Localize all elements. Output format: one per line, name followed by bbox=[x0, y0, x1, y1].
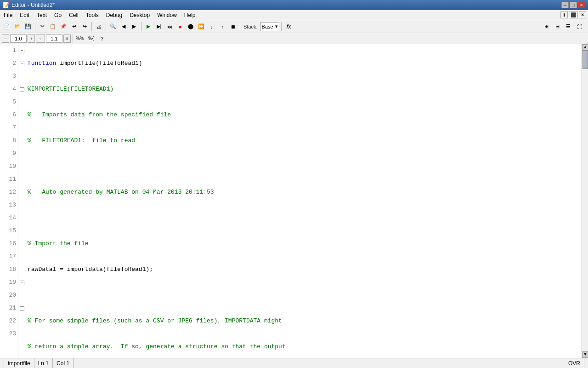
sep5 bbox=[240, 22, 240, 31]
zoom-ratio-input[interactable]: 1.1 bbox=[46, 34, 62, 43]
continue-button[interactable]: ⏩ bbox=[196, 22, 206, 32]
expand-icon[interactable]: ⬛ bbox=[569, 12, 578, 18]
stop-button[interactable]: ■ bbox=[175, 22, 185, 32]
code-editor[interactable]: function importfile(fileToRead1) %IMPORT… bbox=[26, 44, 582, 358]
run-section-button[interactable]: ▶| bbox=[154, 22, 164, 32]
menu-help[interactable]: Help bbox=[181, 10, 199, 20]
sep6 bbox=[281, 22, 282, 31]
fold-4[interactable]: − bbox=[20, 87, 24, 92]
exit-debug-button[interactable]: ⏹ bbox=[228, 22, 238, 32]
new-button[interactable]: 📄 bbox=[2, 22, 12, 32]
fold-19[interactable]: − bbox=[20, 281, 24, 285]
copy-button[interactable]: 📋 bbox=[48, 22, 58, 32]
scroll-track bbox=[582, 51, 588, 351]
menu-cell[interactable]: Cell bbox=[65, 10, 82, 20]
menu-tools[interactable]: Tools bbox=[82, 10, 102, 20]
menu-bar: File Edit Text Go Cell Tools Debug Deskt… bbox=[0, 10, 588, 20]
cell-help-button[interactable]: ? bbox=[97, 34, 107, 44]
paste-button[interactable]: 📌 bbox=[58, 22, 68, 32]
forward-button[interactable]: ▶ bbox=[129, 22, 139, 32]
file-toolbar-group: 📄 📂 💾 bbox=[2, 22, 33, 32]
code-line-6: % Auto-generated by MATLAB on 04-Mar-201… bbox=[28, 186, 582, 199]
open-button[interactable]: 📂 bbox=[12, 22, 23, 32]
grid-view-button[interactable]: ⊞ bbox=[541, 22, 551, 32]
zoom-value-input[interactable]: 1.0 bbox=[10, 34, 27, 43]
breakpoint-button[interactable]: ⬤ bbox=[186, 22, 196, 32]
kw-function: function bbox=[28, 60, 60, 67]
step-in-button[interactable]: ↓ bbox=[207, 22, 217, 32]
close-button[interactable]: ✕ bbox=[578, 2, 585, 8]
zoom-divide-button[interactable]: ÷ bbox=[36, 34, 45, 43]
status-ovr: OVR bbox=[565, 358, 584, 368]
code-area: 1 2 3 4 5 6 7 8 9 10 11 12 13 14 15 16 1… bbox=[0, 44, 588, 358]
menu-go[interactable]: Go bbox=[51, 10, 65, 20]
code-comment: %IMPORTFILE(FILETOREAD1) bbox=[28, 86, 113, 92]
rows-button[interactable]: ☰ bbox=[563, 22, 573, 32]
stack-value: Base bbox=[262, 24, 273, 29]
code-line-5 bbox=[28, 160, 582, 173]
restore-button[interactable]: □ bbox=[570, 2, 577, 8]
menu-window[interactable]: Window bbox=[153, 10, 181, 20]
undo-button[interactable]: ↩ bbox=[69, 22, 79, 32]
code-line-2: %IMPORTFILE(FILETOREAD1) bbox=[28, 83, 582, 96]
step-out-button[interactable]: ↑ bbox=[217, 22, 227, 32]
zoom-in-button[interactable]: + bbox=[28, 34, 35, 43]
cut-button[interactable]: ✂ bbox=[37, 22, 47, 32]
close-panel-icon[interactable]: ✕ bbox=[579, 12, 586, 18]
save-button[interactable]: 💾 bbox=[23, 22, 33, 32]
cell-section-button[interactable]: %{ bbox=[86, 34, 96, 44]
stack-select: Stack: Base ▾ bbox=[242, 22, 279, 31]
code-comment: % FILETOREAD1: file to read bbox=[28, 137, 135, 144]
code-line-3: % Imports data from the specified file bbox=[28, 109, 582, 121]
stack-chevron-icon: ▾ bbox=[275, 23, 278, 29]
zoom-apply-button[interactable]: ✕ bbox=[63, 34, 71, 43]
fold-21[interactable]: − bbox=[20, 306, 24, 311]
fold-column: − − − − − bbox=[18, 44, 26, 358]
zoom-out-button[interactable]: − bbox=[2, 34, 9, 43]
print-button[interactable]: 🖨 bbox=[94, 22, 104, 32]
status-function: importfile bbox=[4, 358, 34, 368]
stack-dropdown[interactable]: Base ▾ bbox=[260, 22, 279, 31]
fold-2[interactable]: − bbox=[20, 62, 24, 66]
print-toolbar-group: 🖨 bbox=[94, 22, 104, 32]
code-text: importfile(fileToRead1) bbox=[60, 60, 142, 67]
code-line-7 bbox=[28, 212, 582, 224]
function-name: importfile bbox=[8, 360, 30, 367]
sep4 bbox=[141, 22, 141, 31]
menu-edit[interactable]: Edit bbox=[16, 10, 33, 20]
debug-toolbar-group: ▶ ▶| ⏭ ■ ⬤ ⏩ ↓ ↑ ⏹ bbox=[143, 22, 238, 32]
scroll-thumb[interactable] bbox=[582, 51, 588, 69]
fx-label: fx bbox=[287, 23, 291, 30]
code-line-12: % return a simple array. If so, generate… bbox=[28, 340, 582, 353]
menu-file[interactable]: File bbox=[0, 10, 16, 20]
ovr-label: OVR bbox=[568, 360, 580, 367]
menu-desktop[interactable]: Desktop bbox=[126, 10, 153, 20]
code-line-10 bbox=[28, 289, 582, 302]
scroll-down-button[interactable]: ▼ bbox=[582, 351, 588, 358]
find-button[interactable]: 🔍 bbox=[108, 22, 118, 32]
editor-icon: 📝 bbox=[3, 2, 10, 8]
run-button[interactable]: ▶ bbox=[143, 22, 153, 32]
window-title: Editor - Untitled2* bbox=[11, 2, 55, 8]
sep3 bbox=[106, 22, 106, 31]
code-comment: % Import the file bbox=[28, 240, 89, 247]
fold-1[interactable]: − bbox=[20, 49, 24, 53]
code-line-11: % For some simple files (such as a CSV o… bbox=[28, 315, 582, 328]
undock-icon[interactable]: ⬆ bbox=[560, 12, 568, 18]
menu-text[interactable]: Text bbox=[33, 10, 51, 20]
redo-button[interactable]: ↪ bbox=[79, 22, 90, 32]
fx-button[interactable]: fx bbox=[283, 22, 294, 32]
editor-container: 1 2 3 4 5 6 7 8 9 10 11 12 13 14 15 16 1… bbox=[0, 44, 588, 358]
step-button[interactable]: ⏭ bbox=[164, 22, 175, 32]
scroll-up-button[interactable]: ▲ bbox=[582, 44, 588, 51]
menu-debug[interactable]: Debug bbox=[102, 10, 126, 20]
stack-label: Stack: bbox=[242, 24, 259, 29]
scrollbar-vertical[interactable]: ▲ ▼ bbox=[582, 44, 588, 358]
fullscreen-button[interactable]: ⛶ bbox=[574, 22, 584, 32]
columns-button[interactable]: ⊟ bbox=[552, 22, 562, 32]
back-button[interactable]: ◀ bbox=[119, 22, 129, 32]
ln-label: Ln 1 bbox=[38, 360, 49, 367]
minimize-button[interactable]: ─ bbox=[561, 2, 569, 8]
toolbar1: 📄 📂 💾 ✂ 📋 📌 ↩ ↪ 🖨 🔍 ◀ ▶ ▶ ▶| ⏭ ■ ⬤ ⏩ ↓ ↑… bbox=[0, 20, 588, 33]
cell-mode-button[interactable]: %% bbox=[75, 34, 85, 44]
